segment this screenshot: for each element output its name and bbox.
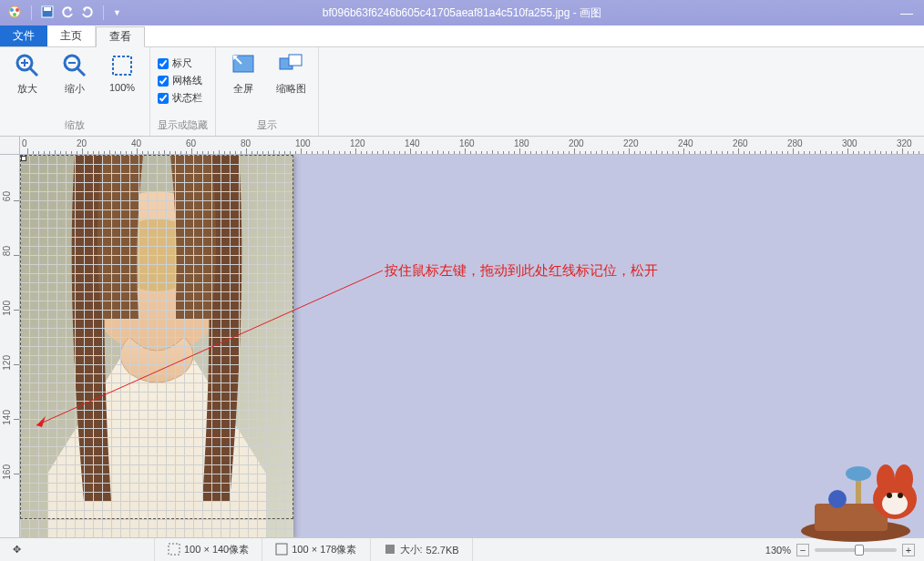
thumbnail-label: 缩略图	[276, 82, 306, 96]
annotation-text: 按住鼠标左键，拖动到此处红线标记位，松开	[385, 262, 658, 280]
svg-rect-16	[289, 55, 302, 66]
svg-line-20	[36, 270, 383, 425]
canvas-size-cell: 100 × 178像素	[262, 538, 370, 561]
disk-icon	[384, 543, 396, 557]
file-menu[interactable]: 文件	[0, 26, 47, 46]
file-size-cell: 大小: 52.7KB	[371, 538, 473, 561]
cursor-pos-cell: ✥	[0, 538, 155, 561]
ruler-corner	[0, 137, 20, 155]
horizontal-ruler[interactable]: 0204060801001201401601802002202402602803…	[20, 137, 924, 155]
show-group-label: 显示或隐藏	[158, 118, 208, 136]
svg-point-2	[15, 8, 19, 12]
svg-rect-13	[113, 56, 131, 75]
save-icon[interactable]	[41, 5, 54, 21]
svg-point-33	[887, 493, 892, 498]
svg-rect-23	[385, 545, 395, 554]
work-area: 0204060801001201401601802002202402602803…	[0, 137, 924, 537]
mascot-icon	[787, 435, 924, 545]
grid-checkbox[interactable]: 网格线	[158, 74, 202, 87]
redo-icon[interactable]	[81, 5, 94, 21]
svg-line-7	[30, 68, 37, 76]
zoom-in-button[interactable]: 放大	[7, 51, 47, 96]
svg-rect-5	[44, 7, 51, 11]
svg-point-34	[898, 493, 903, 498]
ribbon-group-display: 全屏 缩略图 显示	[216, 47, 319, 136]
svg-point-31	[895, 464, 913, 494]
svg-line-11	[77, 68, 85, 76]
selection-size: 100 × 140像素	[184, 543, 249, 556]
tab-home[interactable]: 主页	[47, 26, 96, 46]
zoom-100-button[interactable]: 100%	[102, 51, 142, 93]
annotation-arrow	[29, 269, 385, 428]
thumbnail-button[interactable]: 缩略图	[271, 51, 311, 96]
svg-point-26	[828, 490, 847, 508]
window-title: bf096b63f6246b605c41705aeaf81a4c510fa255…	[0, 5, 924, 21]
minimize-button[interactable]: —	[889, 5, 924, 20]
canvas-size: 100 × 178像素	[292, 543, 356, 556]
file-size: 52.7KB	[426, 545, 459, 556]
svg-rect-21	[169, 544, 180, 555]
vertical-ruler[interactable]: 6080100120140160	[0, 155, 20, 537]
qat-dropdown-icon[interactable]: ▼	[113, 8, 121, 17]
zoom-in-label: 放大	[17, 82, 37, 96]
ribbon: 放大 缩小 100% 缩放 标尺 网格线 状态栏 显示或隐藏 全屏	[0, 47, 924, 137]
svg-point-28	[846, 466, 871, 481]
fullscreen-label: 全屏	[233, 82, 253, 96]
ribbon-group-show: 标尺 网格线 状态栏 显示或隐藏	[150, 47, 216, 136]
svg-rect-22	[276, 544, 287, 555]
fullscreen-button[interactable]: 全屏	[223, 51, 263, 96]
file-size-label: 大小:	[400, 543, 423, 556]
zoom-100-label: 100%	[109, 82, 135, 93]
zoom-group-label: 缩放	[65, 118, 85, 136]
zoom-controls: 130% − +	[765, 544, 924, 556]
display-group-label: 显示	[257, 118, 277, 136]
zoom-slider-thumb[interactable]	[855, 545, 864, 556]
zoom-level: 130%	[765, 545, 791, 556]
canvas-size-icon	[275, 543, 288, 557]
zoom-plus-button[interactable]: +	[902, 544, 915, 556]
selection-size-cell: 100 × 140像素	[155, 538, 262, 561]
zoom-out-label: 缩小	[65, 82, 85, 96]
undo-icon[interactable]	[61, 5, 74, 21]
svg-point-1	[10, 8, 14, 12]
tab-strip: 文件 主页 查看	[0, 26, 924, 47]
ruler-checkbox[interactable]: 标尺	[158, 56, 192, 70]
status-bar: ✥ 100 × 140像素 100 × 178像素 大小: 52.7KB 130…	[0, 537, 924, 561]
selection-icon	[168, 543, 180, 557]
svg-point-30	[877, 464, 895, 494]
ribbon-group-zoom: 放大 缩小 100% 缩放	[0, 47, 150, 136]
zoom-out-button[interactable]: 缩小	[55, 51, 95, 96]
app-icon	[7, 5, 22, 22]
tab-view[interactable]: 查看	[96, 26, 145, 47]
svg-point-32	[882, 493, 908, 515]
zoom-slider[interactable]	[815, 548, 897, 552]
zoom-minus-button[interactable]: −	[796, 544, 809, 556]
statusbar-checkbox[interactable]: 状态栏	[158, 91, 202, 105]
move-icon: ✥	[13, 544, 21, 556]
svg-point-3	[13, 13, 16, 16]
title-bar: ▼ bf096b63f6246b605c41705aeaf81a4c510fa2…	[0, 0, 924, 26]
